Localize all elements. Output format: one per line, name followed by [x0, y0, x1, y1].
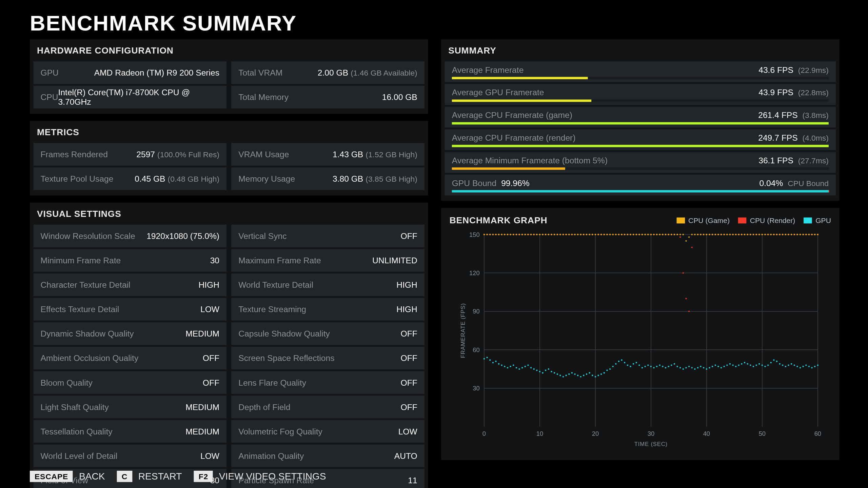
- svg-point-343: [738, 234, 739, 235]
- summary-label: Average Framerate: [452, 65, 524, 75]
- svg-point-57: [574, 373, 575, 375]
- svg-point-123: [767, 364, 769, 366]
- setting-row[interactable]: Lens Flare QualityOFF: [231, 371, 425, 394]
- setting-row[interactable]: Depth of FieldOFF: [231, 395, 425, 418]
- setting-row[interactable]: Screen Space ReflectionsOFF: [231, 347, 425, 369]
- summary-title: SUMMARY: [441, 39, 839, 61]
- setting-row[interactable]: Vertical SyncOFF: [231, 225, 425, 247]
- setting-label: Ambient Occlusion Quality: [41, 353, 139, 363]
- svg-text:90: 90: [473, 308, 479, 315]
- setting-row[interactable]: Light Shaft QualityMEDIUM: [33, 395, 226, 418]
- svg-point-265: [510, 234, 511, 235]
- setting-row[interactable]: Dynamic Shadow QualityMEDIUM: [33, 322, 226, 345]
- setting-label: Animation Quality: [238, 451, 304, 461]
- setting-row[interactable]: Volumetric Fog QualityLOW: [231, 420, 425, 443]
- svg-point-63: [592, 375, 593, 376]
- svg-point-295: [597, 234, 599, 235]
- setting-row[interactable]: Capsule Shadow QualityOFF: [231, 322, 425, 345]
- svg-point-81: [644, 366, 646, 367]
- svg-point-59: [580, 376, 581, 377]
- setting-row[interactable]: Window Resolution Scale1920x1080 (75.0%): [33, 225, 226, 247]
- hw-memory: Total Memory 16.00 GB: [231, 86, 425, 108]
- visual-settings-title: VISUAL SETTINGS: [30, 203, 428, 225]
- svg-point-26: [484, 358, 485, 359]
- svg-point-120: [758, 363, 760, 365]
- svg-point-341: [732, 234, 733, 235]
- svg-point-80: [642, 367, 643, 368]
- svg-point-102: [706, 368, 707, 370]
- svg-point-319: [668, 234, 669, 235]
- setting-row[interactable]: Tessellation QualityMEDIUM: [33, 420, 226, 443]
- svg-point-129: [785, 366, 786, 367]
- svg-point-353: [767, 234, 769, 235]
- restart-button[interactable]: C RESTART: [117, 471, 182, 482]
- hw-memory-value: 16.00 GB: [382, 93, 417, 102]
- metrics-section: METRICS Frames Rendered 2597(100.0% Full…: [30, 121, 428, 196]
- svg-point-98: [694, 368, 695, 370]
- summary-section: SUMMARY Average Framerate43.6 FPS (22.9m…: [441, 39, 839, 201]
- svg-point-209: [683, 272, 684, 273]
- svg-point-124: [770, 362, 772, 363]
- setting-row[interactable]: Bloom QualityOFF: [33, 371, 226, 394]
- setting-value: LOW: [398, 427, 417, 436]
- svg-text:FRAMERATE (FPS): FRAMERATE (FPS): [460, 303, 466, 358]
- cpu-bound-label: CPU Bound: [788, 179, 829, 187]
- svg-point-347: [750, 234, 751, 235]
- svg-point-47: [545, 369, 546, 371]
- svg-point-51: [557, 373, 558, 375]
- setting-value: OFF: [203, 378, 219, 387]
- svg-point-107: [721, 367, 722, 368]
- hw-vram-label: Total VRAM: [238, 68, 282, 77]
- svg-point-286: [571, 234, 573, 235]
- setting-row[interactable]: Animation QualityAUTO: [231, 445, 425, 467]
- setting-label: Texture Streaming: [238, 304, 306, 314]
- svg-point-316: [659, 234, 660, 235]
- setting-row[interactable]: World Texture DetailHIGH: [231, 273, 425, 296]
- setting-label: Screen Space Reflections: [238, 353, 334, 363]
- setting-row[interactable]: Ambient Occlusion QualityOFF: [33, 347, 226, 369]
- setting-value: MEDIUM: [185, 402, 219, 412]
- svg-point-270: [525, 234, 526, 235]
- summary-item: Average Framerate43.6 FPS (22.9ms): [445, 61, 836, 82]
- met-frames: Frames Rendered 2597(100.0% Full Res): [33, 143, 226, 166]
- setting-row[interactable]: Minimum Frame Rate30: [33, 249, 226, 272]
- metrics-title: METRICS: [30, 121, 428, 143]
- back-button[interactable]: ESCAPE BACK: [30, 471, 105, 482]
- met-vram: VRAM Usage 1.43 GB(1.52 GB High): [231, 143, 425, 166]
- svg-point-288: [577, 234, 578, 235]
- view-video-settings-button[interactable]: F2 VIEW VIDEO SETTINGS: [194, 471, 326, 482]
- svg-point-282: [559, 234, 561, 235]
- svg-point-79: [638, 364, 640, 366]
- svg-point-104: [712, 366, 713, 367]
- svg-point-94: [683, 368, 684, 370]
- setting-row[interactable]: Effects Texture DetailLOW: [33, 298, 226, 321]
- svg-point-311: [644, 234, 646, 235]
- svg-point-324: [683, 234, 684, 235]
- c-key-icon: C: [117, 471, 133, 482]
- setting-row[interactable]: Maximum Frame RateUNLIMITED: [231, 249, 425, 272]
- setting-label: Tessellation Quality: [41, 427, 113, 436]
- setting-row[interactable]: World Level of DetailLOW: [33, 445, 226, 467]
- svg-point-117: [750, 364, 751, 366]
- svg-text:TIME (SEC): TIME (SEC): [634, 441, 668, 447]
- svg-point-208: [679, 236, 681, 238]
- svg-point-267: [516, 234, 517, 235]
- svg-point-87: [662, 366, 663, 367]
- footer: ESCAPE BACK C RESTART F2 VIEW VIDEO SETT…: [30, 471, 326, 482]
- svg-point-321: [674, 234, 675, 235]
- svg-point-42: [530, 367, 532, 368]
- svg-point-66: [600, 373, 602, 375]
- svg-point-75: [627, 364, 628, 366]
- svg-point-97: [691, 367, 693, 368]
- page-title: BENCHMARK SUMMARY: [0, 0, 868, 39]
- svg-point-109: [726, 364, 728, 366]
- svg-point-293: [592, 234, 593, 235]
- setting-value: HIGH: [198, 280, 219, 289]
- svg-point-336: [717, 234, 719, 235]
- svg-point-62: [589, 372, 590, 373]
- setting-row[interactable]: Character Texture DetailHIGH: [33, 273, 226, 296]
- svg-point-317: [662, 234, 663, 235]
- svg-point-358: [782, 234, 783, 235]
- setting-value: 30: [210, 256, 219, 265]
- setting-row[interactable]: Texture StreamingHIGH: [231, 298, 425, 321]
